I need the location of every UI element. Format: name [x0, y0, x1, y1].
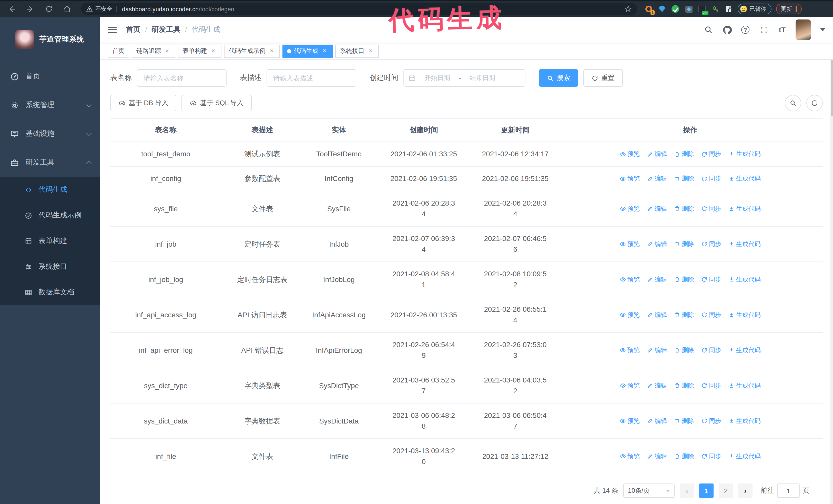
page-size-select[interactable]: 10条/页 [623, 483, 674, 498]
table-name-input[interactable] [137, 69, 227, 87]
tag-system-api[interactable]: 系统接口 [335, 44, 379, 58]
sidebar-item-infrastructure[interactable]: 基础设施 [0, 119, 100, 148]
browser-menu-icon[interactable] [795, 6, 797, 12]
generate-code-action[interactable]: 生成代码 [729, 149, 761, 160]
sync-action[interactable]: 同步 [701, 345, 721, 356]
preview-action[interactable]: 预览 [620, 274, 640, 285]
table-desc-input[interactable] [266, 69, 356, 87]
font-size-icon[interactable] [777, 25, 787, 35]
sidebar-item-system-api[interactable]: 系统接口 [0, 254, 100, 280]
tag-codegen-example[interactable]: 代码生成示例 [224, 44, 280, 58]
generate-code-action[interactable]: 生成代码 [729, 380, 761, 391]
delete-action[interactable]: 删除 [674, 203, 694, 214]
preview-action[interactable]: 预览 [620, 380, 640, 391]
breadcrumb-dev-tools[interactable]: 研发工具 [152, 25, 181, 34]
delete-action[interactable]: 删除 [674, 380, 694, 391]
date-range-picker[interactable]: - [403, 69, 525, 87]
generate-code-action[interactable]: 生成代码 [729, 309, 761, 320]
browser-reload-button[interactable] [42, 2, 55, 16]
sidebar-toggle-icon[interactable] [108, 26, 117, 33]
delete-action[interactable]: 删除 [674, 415, 694, 426]
toggle-search-button[interactable] [785, 95, 801, 111]
preview-action[interactable]: 预览 [620, 309, 640, 320]
import-db-button[interactable]: 基于 DB 导入 [110, 95, 176, 111]
edit-action[interactable]: 编辑 [647, 203, 667, 214]
breadcrumb-home[interactable]: 首页 [126, 25, 140, 34]
page-scrollbar[interactable] [830, 17, 833, 504]
sync-action[interactable]: 同步 [701, 173, 721, 184]
sync-action[interactable]: 同步 [701, 309, 721, 320]
edit-action[interactable]: 编辑 [647, 451, 667, 462]
sync-action[interactable]: 同步 [701, 239, 721, 249]
refresh-table-button[interactable] [806, 95, 823, 111]
generate-code-action[interactable]: 生成代码 [729, 239, 761, 249]
delete-action[interactable]: 删除 [674, 309, 694, 320]
sync-action[interactable]: 同步 [701, 274, 721, 285]
browser-home-button[interactable] [61, 2, 74, 16]
profile-paused-pill[interactable]: 已暂停 [738, 4, 771, 14]
preview-action[interactable]: 预览 [620, 239, 640, 249]
close-icon[interactable] [367, 47, 374, 55]
sidebar-item-codegen[interactable]: 代码生成 [0, 177, 100, 202]
extension-sliders-icon[interactable] [684, 5, 693, 13]
delete-action[interactable]: 删除 [674, 451, 694, 462]
reset-button[interactable]: 重置 [584, 69, 623, 87]
edit-action[interactable]: 编辑 [647, 309, 667, 320]
extension-orange-icon[interactable]: 1 [644, 5, 653, 13]
browser-back-button[interactable] [5, 2, 19, 16]
search-icon[interactable] [703, 25, 714, 35]
sync-action[interactable]: 同步 [701, 380, 721, 391]
extension-key-icon[interactable] [711, 5, 720, 13]
close-icon[interactable] [321, 47, 328, 55]
delete-action[interactable]: 删除 [674, 173, 694, 184]
edit-action[interactable]: 编辑 [647, 239, 667, 249]
close-icon[interactable] [268, 47, 275, 55]
preview-action[interactable]: 预览 [620, 149, 640, 160]
tag-codegen-active[interactable]: 代码生成 [282, 44, 333, 58]
generate-code-action[interactable]: 生成代码 [729, 451, 761, 462]
sidebar-item-db-doc[interactable]: 数据库文档 [0, 280, 100, 305]
user-avatar[interactable] [795, 20, 811, 40]
close-icon[interactable] [210, 47, 217, 55]
delete-action[interactable]: 删除 [674, 274, 694, 285]
close-icon[interactable] [164, 47, 171, 55]
import-sql-button[interactable]: 基于 SQL 导入 [182, 95, 252, 111]
preview-action[interactable]: 预览 [620, 345, 640, 356]
edit-action[interactable]: 编辑 [647, 274, 667, 285]
sync-action[interactable]: 同步 [701, 451, 721, 462]
next-page-button[interactable]: › [738, 483, 753, 498]
sync-action[interactable]: 同步 [701, 203, 721, 214]
github-icon[interactable] [722, 25, 732, 35]
preview-action[interactable]: 预览 [620, 415, 640, 426]
sidebar-item-dev-tools[interactable]: 研发工具 [0, 148, 100, 177]
extension-shield-check-icon[interactable] [671, 5, 680, 13]
sync-action[interactable]: 同步 [701, 149, 721, 160]
generate-code-action[interactable]: 生成代码 [729, 203, 761, 214]
extension-puzzle-icon[interactable] [724, 5, 733, 13]
tag-form-builder[interactable]: 表单构建 [178, 44, 221, 58]
extension-on-icon[interactable]: on [698, 5, 706, 13]
delete-action[interactable]: 删除 [674, 345, 694, 356]
preview-action[interactable]: 预览 [620, 173, 640, 184]
avatar-caret-down-icon[interactable] [820, 28, 825, 31]
preview-action[interactable]: 预览 [620, 451, 640, 462]
edit-action[interactable]: 编辑 [647, 345, 667, 356]
sidebar-item-form-builder[interactable]: 表单构建 [0, 228, 100, 254]
generate-code-action[interactable]: 生成代码 [729, 415, 761, 426]
fullscreen-icon[interactable] [759, 25, 769, 35]
address-bar[interactable]: 不安全 dashboard.yudao.iocoder.cn /tool/cod… [81, 3, 637, 15]
delete-action[interactable]: 删除 [674, 239, 694, 249]
browser-forward-button[interactable] [24, 2, 37, 16]
sidebar-item-system-management[interactable]: 系统管理 [0, 91, 100, 119]
edit-action[interactable]: 编辑 [647, 380, 667, 391]
preview-action[interactable]: 预览 [620, 203, 640, 214]
edit-action[interactable]: 编辑 [647, 173, 667, 184]
extension-gem-icon[interactable] [658, 5, 666, 13]
page-button-1[interactable]: 1 [699, 483, 714, 498]
sidebar-item-home[interactable]: 首页 [0, 62, 100, 91]
app-logo[interactable]: 芋道管理系统 [0, 17, 100, 62]
goto-page-input[interactable] [777, 483, 800, 498]
browser-update-button[interactable]: 更新 [776, 4, 802, 14]
prev-page-button[interactable]: ‹ [680, 483, 694, 498]
edit-action[interactable]: 编辑 [647, 149, 667, 160]
